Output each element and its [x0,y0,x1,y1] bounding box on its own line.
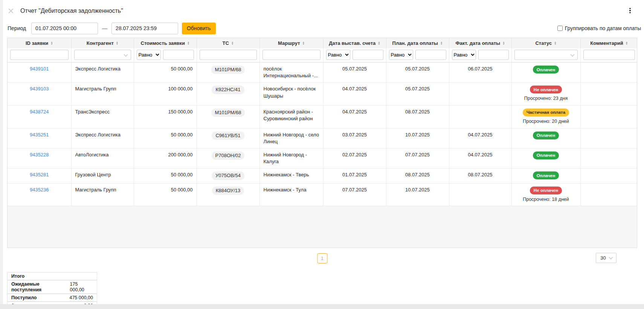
cell-comment [580,105,637,128]
overdue-text: Просрочено: 18 дней [516,196,577,203]
column-header-cost[interactable]: Стоимость заявки▲▼ [134,38,197,48]
totals-panel: Итого Ожидаемые поступления175 000,00Пос… [7,272,97,309]
column-header-vehicle[interactable]: ТС▲▼ [197,38,259,48]
request-id-link[interactable]: 9435236 [30,187,49,193]
period-to-input[interactable] [111,23,178,34]
page-1-button[interactable]: 1 [317,253,327,263]
filter-planned_date-value-input[interactable] [415,50,446,60]
totals-row: Поступило475 000,00 [8,294,97,302]
period-label: Период [8,25,26,31]
cell-invoice_date: 02.07.2025 [323,148,386,168]
page-size-select[interactable]: 30 [596,253,617,263]
sort-icon: ▲▼ [50,41,53,45]
close-icon[interactable] [8,8,14,14]
cell-planned_date: 05.07.2025 [386,83,449,106]
sort-icon: ▲▼ [626,41,628,45]
filter-cell-invoice_date: Равно [323,48,386,63]
bottom-margin-strip [0,304,644,309]
column-header-route[interactable]: Маршрут▲▼ [259,38,323,48]
status-badge: Оплачен [533,151,559,159]
status-badge: Не оплачен [530,187,562,194]
cell-vehicle: С961УВ/51 [197,128,259,148]
group-by-dates-checkbox[interactable] [557,26,563,31]
cell-counterparty: Магистраль Групп [71,83,134,106]
filter-actual_date-operator-select[interactable]: Равно [452,50,476,60]
cell-comment [580,128,637,148]
left-margin-strip [0,0,3,309]
cell-actual_date: 04.07.2025 [449,128,511,148]
kebab-menu-icon[interactable] [627,7,633,14]
column-header-id[interactable]: ID заявки▲▼ [8,38,71,48]
column-label-comment: Комментарий [590,40,623,46]
sort-icon: ▲▼ [440,41,443,45]
cell-id: 9439101 [8,63,71,83]
filter-invoice_date-value-input[interactable] [353,50,383,60]
cell-actual_date [449,83,511,106]
request-id-link[interactable]: 9438724 [30,109,49,115]
request-id-link[interactable]: 9435251 [30,132,49,138]
period-from-input[interactable] [31,23,98,34]
refresh-button[interactable]: Обновить [182,23,215,34]
cell-vehicle: М101РМ/68 [197,63,259,83]
column-label-status: Статус [535,40,552,46]
cell-actual_date: 08.07.2025 [449,168,511,183]
request-id-link[interactable]: 9439103 [30,86,49,92]
cell-invoice_date: 01.07.2025 [323,168,386,183]
filter-id-input[interactable] [10,50,69,60]
column-header-planned_date[interactable]: План. дата оплаты▲▼ [386,38,449,48]
status-badge: Оплачен [533,66,559,73]
cell-invoice_date: 04.07.2025 [323,83,386,106]
filter-cost-value-input[interactable] [163,50,194,60]
overdue-text: Просрочено: 20 дней [516,118,577,125]
cell-status: Оплачен [511,168,580,183]
chevron-down-icon [570,52,574,57]
request-id-link[interactable]: 9435281 [30,172,49,177]
table-row: 9439103Магистраль Групп100 000,00К922НС/… [8,83,637,106]
vehicle-badge: К884ОУ/13 [212,187,244,195]
filter-route-input[interactable] [262,50,320,60]
column-header-actual_date[interactable]: Факт. дата оплаты▲▼ [449,38,511,48]
cell-vehicle: М101РМ/68 [197,105,259,128]
group-by-dates-label: Группировать по датам оплаты [565,25,641,31]
filter-planned_date-operator-select[interactable]: Равно [389,50,413,60]
column-header-invoice_date[interactable]: Дата выстав. счета▲▼ [323,38,386,48]
cell-counterparty: Грузовой Центр [71,168,134,183]
column-header-comment[interactable]: Комментарий▲▼ [580,38,637,48]
toolbar: Период — Обновить Группировать по датам … [8,22,641,34]
cell-vehicle: К884ОУ/13 [197,183,259,206]
cell-id: 9439103 [8,83,71,106]
column-header-status[interactable]: Статус▲▼ [511,38,580,48]
cell-counterparty: Экспресс Логистика [71,63,134,83]
sort-icon: ▲▼ [116,41,118,45]
cell-comment [580,83,637,106]
filter-cost-operator-select[interactable]: Равно [137,50,161,60]
column-label-vehicle: ТС [223,40,229,46]
sort-icon: ▲▼ [554,41,556,45]
cell-planned_date: 08.07.2025 [386,105,449,128]
status-badge: Оплачен [533,171,559,179]
filter-status-dropdown[interactable] [514,50,578,60]
request-id-link[interactable]: 9439101 [30,66,49,72]
filter-invoice_date-operator-select[interactable]: Равно [326,50,350,60]
cell-route: Красноярский район - Суровикинский район [259,105,323,128]
totals-title: Итого [11,274,24,279]
filter-actual_date-value-input[interactable] [478,50,509,60]
filter-cell-comment [580,48,637,63]
request-id-link[interactable]: 9435228 [30,152,49,158]
cell-route: Нижнекамск - Тула [259,183,323,206]
filter-cell-route [259,48,323,63]
cell-route: Новосибирск - посёлок Шушары [259,83,323,106]
filter-vehicle-input[interactable] [200,50,257,60]
cell-counterparty: ТрансЭкспресс [71,105,134,128]
cell-id: 9435281 [8,168,71,183]
vehicle-badge: К922НС/41 [212,86,244,94]
filter-comment-input[interactable] [583,50,635,60]
filter-counterparty-dropdown[interactable] [74,50,131,60]
sort-icon: ▲▼ [231,41,233,45]
title-bar: Отчет "Дебиторская задолженность" [8,6,638,16]
cell-route: посёлок Интернациональный -... [259,63,323,83]
column-header-counterparty[interactable]: Контрагент▲▼ [71,38,134,48]
filter-cell-status [511,48,580,63]
cell-id: 9435236 [8,183,71,206]
cell-counterparty: Магистраль Групп [71,183,134,206]
